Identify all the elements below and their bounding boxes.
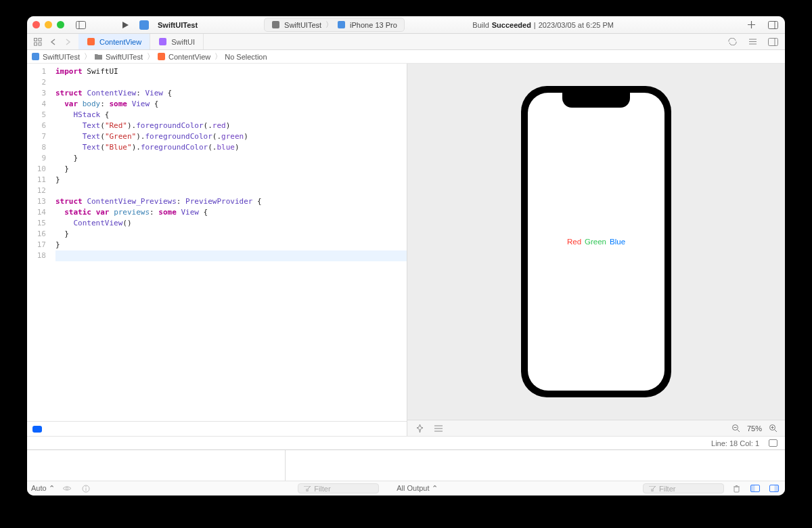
- scheme-selector[interactable]: SwiftUITest 〉 iPhone 13 Pro: [264, 18, 405, 32]
- eye-icon[interactable]: [60, 483, 74, 495]
- doc-icon: [158, 37, 167, 46]
- build-status: Build Succeeded | 2023/03/05 at 6:25 PM: [472, 21, 614, 29]
- variables-view[interactable]: [27, 450, 286, 481]
- issue-indicator[interactable]: [32, 426, 42, 433]
- crumb-folder: SwiftUITest: [106, 53, 143, 61]
- editor-footer: [27, 421, 407, 436]
- adjust-editor-icon[interactable]: [746, 36, 759, 48]
- breadcrumb[interactable]: SwiftUITest〉 SwiftUITest〉 ContentView〉 N…: [27, 50, 785, 64]
- code-content[interactable]: import SwiftUI struct ContentView: View …: [51, 64, 407, 421]
- app-icon: [137, 19, 151, 31]
- main-area: 123456789101112131415161718 import Swift…: [27, 64, 785, 436]
- svg-rect-0: [76, 21, 85, 28]
- svg-rect-15: [159, 38, 166, 45]
- add-button[interactable]: [744, 19, 758, 31]
- svg-rect-42: [751, 485, 755, 492]
- show-left-pane-icon[interactable]: [748, 483, 762, 495]
- iphone-screen: RedGreenBlue: [528, 93, 664, 391]
- debug-area: Auto ⌃ Filter All Output ⌃ Filter: [27, 449, 785, 496]
- related-items-icon[interactable]: [31, 36, 45, 48]
- svg-rect-13: [39, 43, 41, 45]
- console-selector[interactable]: All Output ⌃: [397, 484, 437, 493]
- refresh-preview-icon[interactable]: [725, 36, 739, 48]
- nav-forward-button[interactable]: [61, 36, 74, 48]
- zoom-level[interactable]: 75%: [747, 424, 762, 433]
- svg-point-34: [66, 487, 68, 489]
- tab-swiftui[interactable]: SwiftUI: [150, 34, 204, 49]
- pin-preview-icon[interactable]: [413, 422, 426, 435]
- close-window-button[interactable]: [32, 21, 40, 28]
- iphone-frame: RedGreenBlue: [521, 86, 671, 397]
- svg-line-27: [738, 430, 740, 433]
- scheme-target: SwiftUITest: [284, 21, 321, 29]
- cursor-position: Line: 18 Col: 1: [711, 439, 759, 447]
- debug-footer: Auto ⌃ Filter All Output ⌃ Filter: [27, 481, 785, 496]
- svg-rect-12: [35, 43, 37, 45]
- preview-text: Red: [567, 238, 581, 246]
- svg-rect-44: [775, 485, 779, 492]
- minimize-window-button[interactable]: [45, 21, 52, 28]
- zoom-window-button[interactable]: [57, 21, 64, 28]
- swift-file-icon: [157, 52, 166, 61]
- line-gutter: 123456789101112131415161718: [27, 64, 51, 421]
- filter-icon: [302, 484, 311, 493]
- nav-back-button[interactable]: [46, 36, 60, 48]
- svg-rect-21: [32, 53, 39, 60]
- toggle-inspector-icon[interactable]: [766, 19, 780, 31]
- build-timestamp: 2023/03/05 at 6:25 PM: [539, 21, 614, 29]
- svg-rect-14: [87, 38, 95, 45]
- svg-rect-10: [35, 38, 37, 41]
- code-editor-pane: 123456789101112131415161718 import Swift…: [27, 64, 407, 436]
- project-title: SwiftUITest: [158, 21, 198, 29]
- swift-file-icon: [87, 37, 95, 46]
- preview-canvas: RedGreenBlue 75%: [407, 64, 785, 436]
- trash-icon[interactable]: [729, 483, 743, 495]
- tab-label: ContentView: [99, 38, 141, 46]
- status-bar: Line: 18 Col: 1: [27, 436, 785, 449]
- build-result: Succeeded: [492, 21, 531, 29]
- svg-point-37: [85, 486, 87, 487]
- svg-rect-5: [338, 21, 345, 28]
- console-filter[interactable]: Filter: [643, 483, 724, 493]
- variables-selector[interactable]: Auto ⌃: [31, 484, 55, 493]
- svg-rect-3: [139, 20, 149, 30]
- svg-rect-8: [768, 21, 777, 28]
- zoom-in-button[interactable]: [766, 422, 780, 435]
- tab-contentview[interactable]: ContentView: [78, 34, 150, 49]
- svg-rect-19: [768, 38, 777, 45]
- notch: [562, 93, 630, 108]
- scheme-target-icon: [271, 20, 280, 29]
- folder-icon: [94, 52, 103, 61]
- zoom-controls: 75%: [729, 422, 780, 435]
- svg-marker-2: [122, 22, 129, 28]
- svg-rect-22: [158, 53, 165, 60]
- filter-icon: [648, 484, 656, 493]
- svg-rect-38: [734, 487, 739, 492]
- show-right-pane-icon[interactable]: [767, 483, 781, 495]
- chevron-right-icon: 〉: [325, 20, 333, 30]
- scheme-device: iPhone 13 Pro: [350, 21, 397, 29]
- tab-label: SwiftUI: [171, 38, 195, 46]
- preview-text: Green: [585, 238, 606, 246]
- toggle-canvas-icon[interactable]: [766, 36, 780, 48]
- crumb-selection: No Selection: [225, 53, 267, 61]
- canvas-footer: 75%: [407, 420, 785, 436]
- svg-rect-33: [769, 440, 777, 447]
- svg-rect-11: [39, 38, 41, 41]
- crumb-project: SwiftUITest: [43, 53, 80, 61]
- console-view[interactable]: [286, 450, 785, 481]
- run-button[interactable]: [118, 19, 132, 31]
- code-editor[interactable]: 123456789101112131415161718 import Swift…: [27, 64, 407, 421]
- preview-viewport[interactable]: RedGreenBlue: [407, 64, 785, 420]
- svg-line-30: [774, 430, 777, 433]
- preview-text: Blue: [610, 238, 625, 246]
- preview-hstack: RedGreenBlue: [567, 238, 625, 246]
- info-icon[interactable]: [79, 483, 93, 495]
- preview-list-icon[interactable]: [432, 422, 445, 435]
- toggle-sidebar-icon[interactable]: [74, 19, 87, 31]
- crumb-file: ContentView: [168, 53, 210, 61]
- zoom-out-button[interactable]: [729, 422, 743, 435]
- variables-filter[interactable]: Filter: [298, 483, 379, 493]
- toolbar: SwiftUITest SwiftUITest 〉 iPhone 13 Pro …: [27, 16, 785, 34]
- minimap-toggle-icon[interactable]: [766, 437, 780, 449]
